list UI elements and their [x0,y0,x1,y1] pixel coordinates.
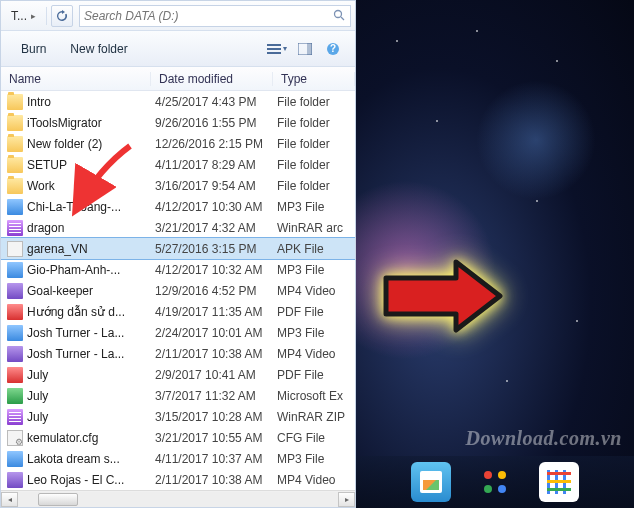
taskbar-equalizer[interactable] [539,462,579,502]
taskbar-apps[interactable] [475,462,515,502]
header-type[interactable]: Type [273,72,355,86]
breadcrumb[interactable]: T... ▸ [5,9,42,23]
file-date: 4/12/2017 10:32 AM [155,263,277,277]
file-type: MP3 File [277,200,355,214]
scroll-left-button[interactable]: ◂ [1,492,18,507]
file-type: File folder [277,158,355,172]
scroll-right-button[interactable]: ▸ [338,492,355,507]
watermark: Download.com.vn [466,427,622,450]
preview-pane-button[interactable] [293,37,317,61]
file-row[interactable]: SETUP4/11/2017 8:29 AMFile folder [1,154,355,175]
new-folder-button[interactable]: New folder [60,38,137,60]
file-row[interactable]: garena_VN5/27/2016 3:15 PMAPK File [1,238,355,259]
file-date: 3/21/2017 10:55 AM [155,431,277,445]
file-type: MP3 File [277,263,355,277]
file-row[interactable]: July3/7/2017 11:32 AMMicrosoft Ex [1,385,355,406]
file-date: 12/26/2016 2:15 PM [155,137,277,151]
search-icon [333,9,346,23]
file-row[interactable]: Lakota dream s...4/11/2017 10:37 AMMP3 F… [1,448,355,469]
file-row[interactable]: Leo Rojas - El C...2/11/2017 10:38 AMMP4… [1,469,355,490]
mp4-icon [7,472,23,488]
file-name: Work [27,179,155,193]
file-row[interactable]: Gio-Pham-Anh-...4/12/2017 10:32 AMMP3 Fi… [1,259,355,280]
file-row[interactable]: kemulator.cfg3/21/2017 10:55 AMCFG File [1,427,355,448]
file-row[interactable]: Chi-La-Thoang-...4/12/2017 10:30 AMMP3 F… [1,196,355,217]
file-row[interactable]: Josh Turner - La...2/24/2017 10:01 AMMP3… [1,322,355,343]
file-type: MP3 File [277,452,355,466]
file-row[interactable]: Goal-keeper12/9/2016 4:52 PMMP4 Video [1,280,355,301]
search-box[interactable] [79,5,351,27]
file-row[interactable]: New folder (2)12/26/2016 2:15 PMFile fol… [1,133,355,154]
file-type: WinRAR ZIP [277,410,355,424]
svg-rect-6 [307,43,312,55]
file-date: 4/19/2017 11:35 AM [155,305,277,319]
refresh-button[interactable] [51,5,73,27]
file-name: dragon [27,221,155,235]
mp4-icon [7,283,23,299]
rar-icon [7,220,23,236]
svg-rect-2 [267,44,281,46]
file-name: New folder (2) [27,137,155,151]
folder-icon [7,115,23,131]
chevron-right-icon: ▸ [31,11,36,21]
nav-bar: T... ▸ [1,1,355,31]
scroll-track[interactable] [18,492,338,507]
file-date: 3/16/2017 9:54 AM [155,179,277,193]
file-row[interactable]: July2/9/2017 10:41 AMPDF File [1,364,355,385]
file-name: Gio-Pham-Anh-... [27,263,155,277]
svg-rect-4 [267,52,281,54]
file-type: PDF File [277,305,355,319]
scroll-thumb[interactable] [38,493,78,506]
file-name: iToolsMigrator [27,116,155,130]
file-type: File folder [277,95,355,109]
file-type: MP4 Video [277,284,355,298]
svg-rect-3 [267,48,281,50]
file-name: Josh Turner - La... [27,347,155,361]
file-name: kemulator.cfg [27,431,155,445]
file-date: 2/9/2017 10:41 AM [155,368,277,382]
file-row[interactable]: Josh Turner - La...2/11/2017 10:38 AMMP4… [1,343,355,364]
svg-point-0 [334,10,341,17]
file-type: WinRAR arc [277,221,355,235]
header-date[interactable]: Date modified [151,72,273,86]
file-name: garena_VN [27,242,155,256]
view-options-button[interactable] [265,37,289,61]
file-date: 3/21/2017 4:32 AM [155,221,277,235]
file-name: July [27,410,155,424]
file-name: Lakota dream s... [27,452,155,466]
file-date: 2/11/2017 10:38 AM [155,473,277,487]
taskbar-gallery[interactable] [411,462,451,502]
search-input[interactable] [84,9,333,23]
cfg-icon [7,430,23,446]
file-date: 5/27/2016 3:15 PM [155,242,277,256]
xls-icon [7,388,23,404]
emulator-screen[interactable]: G Play Games People Tuyệt Đao APK + Copy [356,0,634,508]
file-list: Intro4/25/2017 4:43 PMFile folderiToolsM… [1,91,355,490]
folder-icon [7,157,23,173]
file-name: Josh Turner - La... [27,326,155,340]
file-type: MP4 Video [277,473,355,487]
file-type: MP3 File [277,326,355,340]
help-button[interactable]: ? [321,37,345,61]
file-name: Hướng dẫn sử d... [27,305,155,319]
file-row[interactable]: iToolsMigrator9/26/2016 1:55 PMFile fold… [1,112,355,133]
file-date: 4/25/2017 4:43 PM [155,95,277,109]
file-row[interactable]: Intro4/25/2017 4:43 PMFile folder [1,91,355,112]
file-type: MP4 Video [277,347,355,361]
file-row[interactable]: July3/15/2017 10:28 AMWinRAR ZIP [1,406,355,427]
burn-button[interactable]: Burn [11,38,56,60]
folder-icon [7,178,23,194]
horizontal-scrollbar[interactable]: ◂ ▸ [1,490,355,507]
header-name[interactable]: Name [1,72,151,86]
file-type: File folder [277,116,355,130]
file-type: APK File [277,242,355,256]
pdf-icon [7,367,23,383]
file-date: 4/11/2017 8:29 AM [155,158,277,172]
svg-line-1 [341,17,344,20]
file-name: Intro [27,95,155,109]
file-row[interactable]: dragon3/21/2017 4:32 AMWinRAR arc [1,217,355,238]
file-row[interactable]: Hướng dẫn sử d...4/19/2017 11:35 AMPDF F… [1,301,355,322]
file-date: 4/11/2017 10:37 AM [155,452,277,466]
file-type: Microsoft Ex [277,389,355,403]
file-row[interactable]: Work3/16/2017 9:54 AMFile folder [1,175,355,196]
